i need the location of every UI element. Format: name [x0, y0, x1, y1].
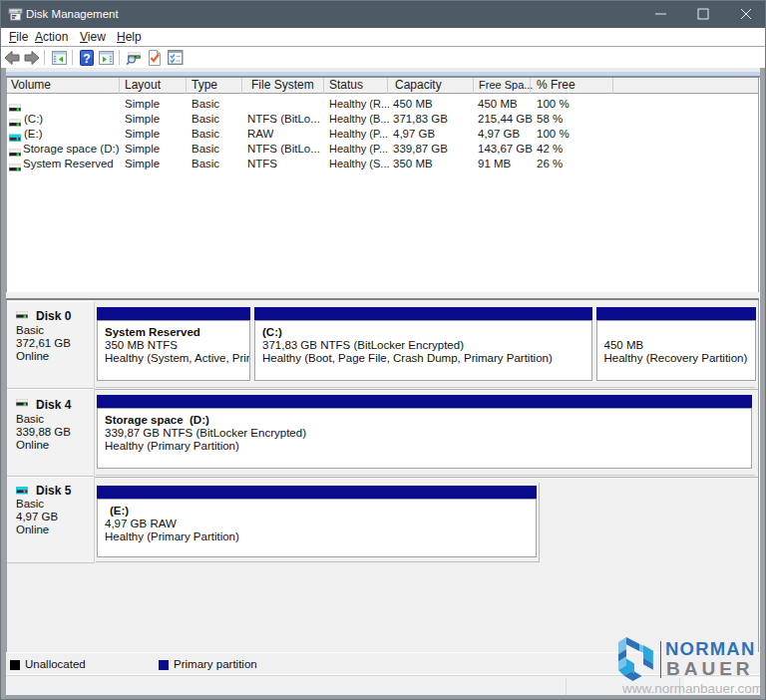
- svg-text:?: ?: [83, 52, 90, 66]
